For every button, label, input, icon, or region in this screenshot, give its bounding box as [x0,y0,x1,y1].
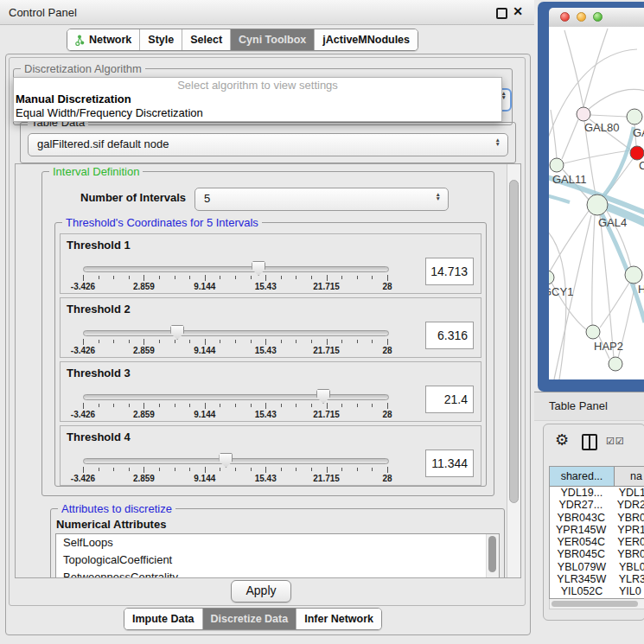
tab-select[interactable]: Select [182,29,230,50]
cell-shared-name[interactable]: YIL052C [550,585,614,597]
threshold-slider-thumb[interactable] [316,389,330,404]
number-of-intervals-combobox[interactable]: 5 ▲▼ [194,188,449,211]
tab-network[interactable]: Network [67,29,139,50]
tab-style[interactable]: Style [139,29,182,50]
column-visibility-icon[interactable] [582,434,597,450]
network-edge[interactable] [583,29,608,107]
apply-button[interactable]: Apply [231,580,291,603]
table-row[interactable]: YBR045CYBR0 [550,548,644,560]
cell-name[interactable]: YBR0 [612,548,644,560]
network-edge[interactable] [592,215,595,325]
network-edge[interactable] [550,211,589,271]
threshold-slider-thumb[interactable] [170,325,184,340]
algorithm-option-equal-width-frequency[interactable]: Equal Width/Frequency Discretization [14,106,501,120]
gear-icon[interactable]: ⚙ [555,431,569,449]
tab-infer-network[interactable]: Infer Network [296,609,381,629]
table-row[interactable]: YER054CYER0 [550,536,644,548]
threshold-slider-track[interactable] [83,330,389,336]
threshold-slider-thumb[interactable] [219,453,233,468]
slider-tick [83,403,84,409]
scrollbar-thumb[interactable] [552,601,638,607]
tab-discretize-data[interactable]: Discretize Data [202,609,296,629]
table-data-combobox[interactable]: galFiltered.sif default node ▲▼ [28,133,508,156]
network-edge[interactable] [588,89,644,110]
network-edge-highlighted[interactable] [602,127,634,198]
threshold-value-field[interactable]: 14.713 [425,258,474,285]
close-traffic-light-icon[interactable] [560,12,570,22]
cell-shared-name[interactable]: YBR043C [550,512,612,524]
network-edge[interactable] [562,119,578,159]
slider-tick [175,276,175,279]
number-of-intervals-label: Number of Intervals [80,191,186,204]
attribute-list-item[interactable]: TopologicalCoefficient [56,552,499,569]
cell-shared-name[interactable]: YBR045C [550,548,612,560]
network-node-gal80[interactable] [577,107,590,121]
select-checkboxes-icon[interactable]: ☑☑ [606,436,625,447]
column-header-shared-name[interactable]: shared... [550,467,615,486]
close-icon[interactable]: ✕ [513,5,523,17]
column-header-name[interactable]: na [615,467,644,486]
settings-vertical-scrollbar[interactable] [507,164,520,577]
network-node-gcy1[interactable] [549,271,554,284]
network-node-h[interactable] [625,266,642,284]
network-edge[interactable] [551,110,557,158]
algorithm-option-manual-discretization[interactable]: Manual Discretization [14,92,501,106]
cell-name[interactable]: YER0 [612,536,644,548]
cell-name[interactable]: YLR3 [614,573,644,585]
table-row[interactable]: YBL079WYBL0 [550,561,644,573]
attributes-list-scrollbar[interactable] [486,534,499,578]
cell-name[interactable]: YDL1 [614,487,644,499]
table-row[interactable]: YPR145WYPR1 [550,524,644,536]
network-canvas[interactable]: GAL80GACGAL11GAL4GCY1HHAP2 [549,27,644,379]
cell-shared-name[interactable]: YBL079W [550,561,614,573]
cell-shared-name[interactable]: YER054C [550,536,612,548]
scrollbar-thumb[interactable] [509,180,519,503]
threshold-slider-track[interactable] [83,394,389,400]
table-row[interactable]: YLR345WYLR3 [550,573,644,585]
threshold-value-field[interactable]: 6.316 [425,322,474,349]
table-row[interactable]: YIL052CYIL0 [550,585,644,597]
network-node-hap2[interactable] [586,325,600,339]
tab-jactivemnodules[interactable]: jActiveMNodules [314,29,418,50]
cell-shared-name[interactable]: YDR27... [550,499,612,511]
cell-name[interactable]: YBR0 [612,512,644,524]
network-edge[interactable] [564,150,630,163]
network-edge-highlighted[interactable] [549,194,570,202]
threshold-slider-thumb[interactable] [252,261,265,276]
numerical-attributes-list[interactable]: SelfLoopsTopologicalCoefficientBetweenne… [55,533,500,578]
network-node-gal4[interactable] [587,194,608,215]
network-edge[interactable] [590,115,627,117]
minimize-traffic-light-icon[interactable] [577,12,586,22]
threshold-value-field[interactable]: 11.344 [425,450,474,477]
scrollbar-thumb[interactable] [488,536,496,572]
attribute-list-item[interactable]: SelfLoops [56,534,499,552]
network-node[interactable] [609,357,622,371]
network-node-c[interactable] [630,146,644,160]
threshold-slider-track[interactable] [83,458,389,464]
cell-name[interactable]: YIL0 [614,585,644,597]
slider-tick [99,276,99,279]
cell-name[interactable]: YDR2 [612,499,644,511]
network-node-gal11[interactable] [550,158,564,172]
float-window-icon[interactable] [496,8,507,19]
slider-tick [113,404,114,407]
network-edge[interactable] [600,283,629,328]
network-node-ga[interactable] [627,109,642,124]
cell-shared-name[interactable]: YPR145W [550,524,612,536]
table-horizontal-scrollbar[interactable] [549,599,644,609]
zoom-traffic-light-icon[interactable] [593,12,603,22]
threshold-value-field[interactable]: 21.4 [425,386,474,413]
cell-name[interactable]: YPR1 [612,524,644,536]
network-view-window[interactable]: GAL80GACGAL11GAL4GCY1HHAP2 [538,2,644,392]
table-row[interactable]: YDL19...YDL1 [550,487,644,499]
tab-cyni-toolbox[interactable]: Cyni Toolbox [230,29,314,50]
table-row[interactable]: YBR043CYBR0 [550,512,644,524]
cell-shared-name[interactable]: YLR345W [550,573,614,585]
cell-name[interactable]: YBL0 [614,561,644,573]
table-row[interactable]: YDR27...YDR2 [550,499,644,511]
tab-impute-data[interactable]: Impute Data [124,609,202,629]
attribute-list-item[interactable]: BetweennessCentrality [56,569,499,578]
threshold-slider-track[interactable] [83,266,389,272]
cell-shared-name[interactable]: YDL19... [550,487,614,499]
network-edge[interactable] [564,30,583,107]
